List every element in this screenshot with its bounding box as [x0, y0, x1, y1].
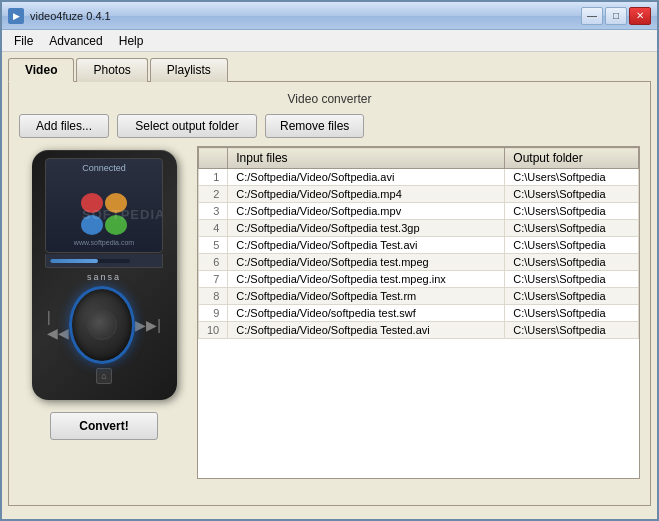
app-icon: ▶ [8, 8, 24, 24]
table-row[interactable]: 10C:/Softpedia/Video/Softpedia Tested.av… [199, 322, 639, 339]
select-output-button[interactable]: Select output folder [117, 114, 257, 138]
row-output-folder: C:\Users\Softpedia [505, 271, 639, 288]
menu-help[interactable]: Help [111, 32, 152, 50]
connected-label: Connected [82, 163, 126, 173]
row-number: 6 [199, 254, 228, 271]
table-row[interactable]: 6C:/Softpedia/Video/Softpedia test.mpegC… [199, 254, 639, 271]
file-table-container: Input files Output folder 1C:/Softpedia/… [197, 146, 640, 479]
device-panel: Connected SOFTPEDIA www.softpedia.com [19, 146, 189, 479]
row-output-folder: C:\Users\Softpedia [505, 254, 639, 271]
row-output-folder: C:\Users\Softpedia [505, 203, 639, 220]
titlebar: ▶ video4fuze 0.4.1 — □ ✕ [2, 2, 657, 30]
section-title: Video converter [19, 92, 640, 106]
tab-video[interactable]: Video [8, 58, 74, 82]
table-row[interactable]: 3C:/Softpedia/Video/Softpedia.mpvC:\User… [199, 203, 639, 220]
row-input-file: C:/Softpedia/Video/softpedia test.swf [228, 305, 505, 322]
row-input-file: C:/Softpedia/Video/Softpedia Tested.avi [228, 322, 505, 339]
row-input-file: C:/Softpedia/Video/Softpedia.avi [228, 169, 505, 186]
row-number: 3 [199, 203, 228, 220]
row-input-file: C:/Softpedia/Video/Softpedia test.3gp [228, 220, 505, 237]
remove-files-button[interactable]: Remove files [265, 114, 364, 138]
maximize-button[interactable]: □ [605, 7, 627, 25]
device-progress-bar-area [45, 254, 163, 268]
button-row: Add files... Select output folder Remove… [19, 114, 640, 138]
col-output: Output folder [505, 148, 639, 169]
row-input-file: C:/Softpedia/Video/Softpedia.mpv [228, 203, 505, 220]
row-input-file: C:/Softpedia/Video/Softpedia test.mpeg [228, 254, 505, 271]
table-row[interactable]: 8C:/Softpedia/Video/Softpedia Test.rmC:\… [199, 288, 639, 305]
logo-area: SOFTPEDIA www.softpedia.com [74, 177, 134, 248]
table-row[interactable]: 9C:/Softpedia/Video/softpedia test.swfC:… [199, 305, 639, 322]
tab-photos[interactable]: Photos [76, 58, 147, 82]
convert-btn-area: Convert! [19, 412, 189, 440]
row-input-file: C:/Softpedia/Video/Softpedia test.mpeg.i… [228, 271, 505, 288]
progress-fill [50, 259, 98, 263]
row-number: 10 [199, 322, 228, 339]
row-input-file: C:/Softpedia/Video/Softpedia.mp4 [228, 186, 505, 203]
menu-file[interactable]: File [6, 32, 41, 50]
table-row[interactable]: 4C:/Softpedia/Video/Softpedia test.3gpC:… [199, 220, 639, 237]
device-screen: Connected SOFTPEDIA www.softpedia.com [45, 158, 163, 253]
close-button[interactable]: ✕ [629, 7, 651, 25]
row-number: 9 [199, 305, 228, 322]
row-number: 5 [199, 237, 228, 254]
add-files-button[interactable]: Add files... [19, 114, 109, 138]
menubar: File Advanced Help [2, 30, 657, 52]
row-output-folder: C:\Users\Softpedia [505, 322, 639, 339]
wheel-center [87, 310, 117, 340]
main-content: Video Photos Playlists Video converter A… [2, 52, 657, 519]
prev-button[interactable]: |◀◀ [47, 309, 69, 341]
device-wheel[interactable] [69, 286, 135, 364]
row-number: 4 [199, 220, 228, 237]
tab-playlists[interactable]: Playlists [150, 58, 228, 82]
device-nav: |◀◀ ▶▶| [39, 286, 169, 364]
row-number: 7 [199, 271, 228, 288]
row-output-folder: C:\Users\Softpedia [505, 220, 639, 237]
col-num [199, 148, 228, 169]
titlebar-buttons: — □ ✕ [581, 7, 651, 25]
home-button[interactable]: ⌂ [96, 368, 112, 384]
table-row[interactable]: 5C:/Softpedia/Video/Softpedia Test.aviC:… [199, 237, 639, 254]
col-input: Input files [228, 148, 505, 169]
row-output-folder: C:\Users\Softpedia [505, 288, 639, 305]
minimize-button[interactable]: — [581, 7, 603, 25]
row-number: 2 [199, 186, 228, 203]
row-input-file: C:/Softpedia/Video/Softpedia Test.rm [228, 288, 505, 305]
sansa-device: Connected SOFTPEDIA www.softpedia.com [32, 150, 177, 400]
table-row[interactable]: 2C:/Softpedia/Video/Softpedia.mp4C:\User… [199, 186, 639, 203]
row-number: 8 [199, 288, 228, 305]
app-window: ▶ video4fuze 0.4.1 — □ ✕ File Advanced H… [0, 0, 659, 521]
row-output-folder: C:\Users\Softpedia [505, 169, 639, 186]
device-brand: sansa [87, 272, 121, 282]
row-number: 1 [199, 169, 228, 186]
progress-bar [50, 259, 130, 263]
next-button[interactable]: ▶▶| [135, 317, 161, 333]
menu-advanced[interactable]: Advanced [41, 32, 110, 50]
convert-button[interactable]: Convert! [50, 412, 157, 440]
titlebar-title: video4fuze 0.4.1 [30, 10, 581, 22]
table-row[interactable]: 1C:/Softpedia/Video/Softpedia.aviC:\User… [199, 169, 639, 186]
tab-bar: Video Photos Playlists [8, 58, 651, 82]
row-input-file: C:/Softpedia/Video/Softpedia Test.avi [228, 237, 505, 254]
file-table: Input files Output folder 1C:/Softpedia/… [198, 147, 639, 339]
tab-content: Video converter Add files... Select outp… [8, 81, 651, 506]
softpedia-watermark: SOFTPEDIA [82, 207, 163, 222]
content-area: Connected SOFTPEDIA www.softpedia.com [19, 146, 640, 479]
row-output-folder: C:\Users\Softpedia [505, 305, 639, 322]
softpedia-url: www.softpedia.com [74, 239, 134, 246]
table-row[interactable]: 7C:/Softpedia/Video/Softpedia test.mpeg.… [199, 271, 639, 288]
row-output-folder: C:\Users\Softpedia [505, 186, 639, 203]
row-output-folder: C:\Users\Softpedia [505, 237, 639, 254]
